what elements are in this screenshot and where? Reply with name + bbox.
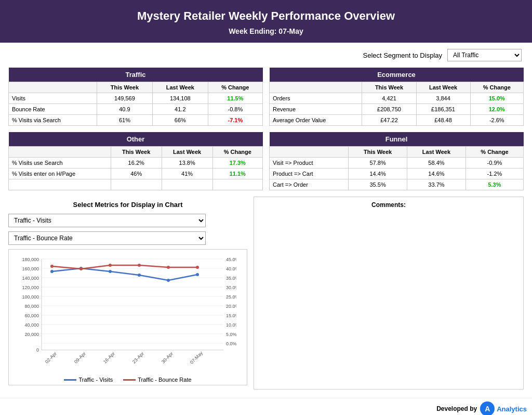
- svg-text:120,000: 120,000: [22, 285, 39, 290]
- table-row: Orders 4,421 3,844 15.0%: [270, 93, 524, 104]
- svg-text:20.0%: 20.0%: [226, 304, 236, 309]
- metric1-select[interactable]: Traffic - Visits Traffic - Bounce Rate E…: [8, 214, 206, 227]
- metric2-select[interactable]: Traffic - Bounce Rate Traffic - Visits E…: [8, 231, 206, 245]
- svg-text:40.0%: 40.0%: [226, 266, 236, 271]
- svg-text:180,000: 180,000: [22, 257, 39, 262]
- other-col-headers: This Week Last Week % Change: [9, 147, 263, 158]
- funnel-table-header: Funnel: [270, 132, 524, 147]
- table-row: % Visits enter on H/Page 46% 41% 11.1%: [9, 168, 263, 179]
- analytics-icon: A: [480, 401, 495, 415]
- svg-text:5.0%: 5.0%: [226, 332, 236, 337]
- svg-text:10.0%: 10.0%: [226, 322, 236, 328]
- footer-logo: A Analytics: [480, 401, 527, 415]
- svg-text:02-Apr: 02-Apr: [44, 351, 58, 365]
- ecommerce-title: Ecommerce: [270, 68, 524, 82]
- svg-point-45: [79, 267, 83, 270]
- svg-point-44: [50, 265, 54, 268]
- other-table-block: Other This Week Last Week % Change % Vis…: [8, 132, 263, 190]
- main-content: Select Segment to Display All Traffic Ne…: [0, 43, 532, 398]
- table-row: Revenue £208,750 £186,351 12.0%: [270, 104, 524, 115]
- traffic-table-block: Traffic This Week Last Week % Change Vis…: [8, 68, 263, 126]
- svg-point-41: [138, 274, 141, 277]
- svg-text:140,000: 140,000: [22, 276, 39, 281]
- segment-select[interactable]: All Traffic New Visitors Returning Visit…: [447, 49, 522, 61]
- svg-text:16-Apr: 16-Apr: [102, 351, 116, 365]
- legend-bounce-label: Traffic - Bounce Rate: [138, 377, 191, 383]
- traffic-table-header: Traffic: [9, 68, 263, 82]
- svg-text:07-May: 07-May: [189, 350, 204, 365]
- segment-row: Select Segment to Display All Traffic Ne…: [8, 49, 524, 61]
- traffic-title: Traffic: [9, 68, 263, 82]
- table-row: Product => Cart 14.4% 14.6% -1.2%: [270, 168, 524, 179]
- svg-text:40,000: 40,000: [24, 322, 39, 328]
- svg-point-38: [50, 270, 54, 273]
- chart-title: Select Metrics for Display in Chart: [8, 201, 247, 209]
- table-row: Visits 149,569 134,108 11.5%: [9, 93, 263, 104]
- svg-text:0.0%: 0.0%: [226, 341, 236, 346]
- table-row: Visit => Product 57.8% 58.4% -0.9%: [270, 158, 524, 168]
- comments-title: Comments:: [258, 201, 519, 209]
- svg-text:23-Apr: 23-Apr: [131, 351, 145, 365]
- legend-visits-line: [64, 379, 76, 381]
- page-footer: Developed by A Analytics: [0, 398, 532, 415]
- svg-text:30.0%: 30.0%: [226, 285, 236, 290]
- svg-point-49: [196, 266, 199, 269]
- svg-text:35.0%: 35.0%: [226, 276, 236, 281]
- legend-bounce: Traffic - Bounce Rate: [123, 377, 191, 383]
- svg-text:25.0%: 25.0%: [226, 294, 236, 300]
- funnel-table-block: Funnel This Week Last Week % Change Visi…: [269, 132, 524, 190]
- footer-text: Developed by: [436, 405, 477, 412]
- chart-section: Select Metrics for Display in Chart Traf…: [8, 197, 247, 390]
- table-row: % Visits use Search 16.2% 13.8% 17.3%: [9, 158, 263, 168]
- page-header: Mystery Retailer Weekly Performance Over…: [0, 0, 532, 43]
- ecommerce-col-headers: This Week Last Week % Change: [270, 82, 524, 93]
- other-title: Other: [9, 132, 263, 147]
- svg-text:80,000: 80,000: [24, 304, 39, 309]
- ecommerce-table-header: Ecommerce: [270, 68, 524, 82]
- legend-bounce-line: [123, 379, 136, 381]
- svg-text:15.0%: 15.0%: [226, 313, 236, 318]
- svg-text:160,000: 160,000: [22, 266, 39, 271]
- ecommerce-table: Ecommerce This Week Last Week % Change O…: [269, 68, 524, 126]
- svg-text:09-Apr: 09-Apr: [73, 351, 87, 365]
- legend-visits: Traffic - Visits: [64, 377, 113, 383]
- segment-label: Select Segment to Display: [363, 51, 442, 59]
- week-date: 07-May: [278, 27, 303, 35]
- svg-text:60,000: 60,000: [24, 313, 39, 318]
- table-row: Bounce Rate 40.9 41.2 -0.8%: [9, 104, 263, 115]
- table-row: % Visits via Search 61% 66% -7.1%: [9, 115, 263, 126]
- svg-text:100,000: 100,000: [22, 294, 39, 300]
- middle-tables-row: Other This Week Last Week % Change % Vis…: [8, 132, 524, 190]
- traffic-table: Traffic This Week Last Week % Change Vis…: [8, 68, 263, 126]
- week-label: Week Ending:: [229, 27, 276, 35]
- other-table: Other This Week Last Week % Change % Vis…: [8, 132, 263, 190]
- chart-container: Select Metrics for Display in Chart Traf…: [8, 197, 247, 390]
- week-info: Week Ending: 07-May: [5, 27, 527, 35]
- chart-legend: Traffic - Visits Traffic - Bounce Rate: [13, 377, 243, 383]
- svg-point-42: [167, 279, 170, 282]
- chart-area: 180,000 160,000 140,000 120,000 100,000 …: [8, 249, 247, 385]
- legend-visits-label: Traffic - Visits: [78, 377, 113, 383]
- table-row: [9, 179, 263, 190]
- svg-point-47: [138, 264, 141, 267]
- bottom-row: Select Metrics for Display in Chart Traf…: [8, 197, 524, 390]
- other-table-header: Other: [9, 132, 263, 147]
- svg-point-46: [109, 264, 112, 267]
- svg-text:0: 0: [36, 347, 39, 353]
- page-title: Mystery Retailer Weekly Performance Over…: [5, 9, 527, 23]
- funnel-col-headers: This Week Last Week % Change: [270, 147, 524, 158]
- chart-svg: 180,000 160,000 140,000 120,000 100,000 …: [13, 254, 236, 373]
- svg-text:45.0%: 45.0%: [226, 257, 236, 262]
- funnel-table: Funnel This Week Last Week % Change Visi…: [269, 132, 524, 190]
- svg-text:20,000: 20,000: [24, 332, 39, 337]
- ecommerce-table-block: Ecommerce This Week Last Week % Change O…: [269, 68, 524, 126]
- traffic-col-headers: This Week Last Week % Change: [9, 82, 263, 93]
- comments-container: Comments:: [254, 197, 524, 390]
- table-row: Cart => Order 35.5% 33.7% 5.3%: [270, 179, 524, 190]
- svg-point-40: [109, 270, 112, 273]
- brand-name: Analytics: [497, 405, 527, 413]
- svg-point-43: [196, 273, 199, 276]
- top-tables-row: Traffic This Week Last Week % Change Vis…: [8, 68, 524, 126]
- svg-point-48: [167, 266, 170, 269]
- table-row: Average Order Value £47.22 £48.48 -2.6%: [270, 115, 524, 126]
